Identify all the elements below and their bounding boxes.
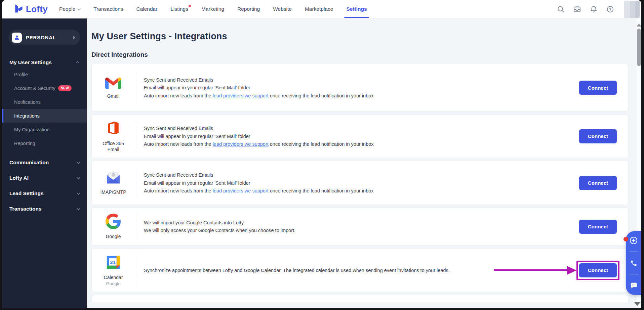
logo-text: Lofty [26, 4, 48, 14]
integration-name: Office 365 Email [97, 140, 129, 152]
gmail-icon [105, 76, 121, 90]
integration-card-google-calendar: 31 Calendar Google Synchronize appointme… [91, 248, 629, 292]
chevron-down-icon [77, 207, 80, 210]
svg-text:@: @ [112, 173, 115, 177]
nav-item-transactions[interactable]: Transactions [93, 0, 123, 18]
office365-icon [106, 120, 120, 137]
svg-text:31: 31 [110, 259, 116, 265]
active-tab-underline [344, 17, 369, 18]
help-icon[interactable]: ? [606, 5, 614, 13]
sidebar-group-my-user-settings[interactable]: My User Settings [2, 57, 87, 68]
chevron-right-icon [73, 36, 75, 39]
sidebar-item-integrations[interactable]: Integrations [2, 109, 87, 123]
nav-item-marketing[interactable]: Marketing [201, 0, 224, 18]
connect-google-calendar-button[interactable]: Connect [579, 263, 617, 277]
integration-card-imap-smtp: @ IMAP/SMTP Sync Sent and Received Email… [91, 161, 629, 205]
ai-assistant-icon[interactable] [630, 236, 638, 245]
connect-gmail-button[interactable]: Connect [579, 81, 617, 95]
integration-card-gmail: Gmail Sync Sent and Received Emails Emai… [91, 64, 629, 112]
workspace-avatar [12, 33, 22, 43]
nav-item-calendar[interactable]: Calendar [136, 0, 157, 18]
divider [629, 274, 638, 274]
integration-desc: Email will appear in your regular 'Sent … [144, 133, 572, 140]
integration-name: Google [106, 233, 121, 239]
notification-dot [189, 5, 191, 7]
google-calendar-icon: 31 [106, 255, 121, 271]
search-icon[interactable] [557, 5, 565, 13]
page-title: My User Settings - Integrations [91, 31, 629, 42]
integration-desc: Sync Sent and Received Emails [144, 125, 572, 132]
section-heading: Direct Integrations [91, 51, 629, 58]
divider [629, 252, 638, 252]
widget-notification-dot [623, 237, 628, 241]
integration-desc: We will only access your Google Contacts… [144, 227, 572, 234]
integration-subname: Google [106, 281, 121, 286]
floating-action-widget [626, 231, 641, 295]
person-icon [14, 35, 19, 40]
chevron-up-icon [76, 61, 79, 65]
connect-imap-smtp-button[interactable]: Connect [579, 176, 617, 190]
integration-desc: Email will appear in your regular 'Sent … [144, 84, 572, 91]
annotation-highlight-box: Connect [576, 261, 619, 280]
sidebar-item-notifications[interactable]: Notifications [2, 95, 87, 109]
main-content: My User Settings - Integrations Direct I… [87, 18, 636, 308]
lead-providers-link[interactable]: lead providers we support [213, 188, 269, 193]
scrollbar-thumb[interactable] [637, 29, 641, 66]
topbar-icon-group: ? [557, 0, 641, 18]
svg-text:?: ? [609, 7, 611, 11]
integration-card-office365: Office 365 Email Sync Sent and Received … [91, 114, 629, 158]
integration-desc: Sync Sent and Received Emails [144, 77, 572, 83]
chevron-down-icon [78, 7, 81, 10]
integration-desc: Sync Sent and Received Emails [144, 172, 572, 178]
integration-desc: Auto import new leads from the lead prov… [144, 141, 572, 147]
lofty-logo[interactable]: Lofty [14, 4, 48, 14]
lofty-logo-icon [14, 4, 24, 14]
app-window: Lofty People Transactions Calendar Listi… [2, 0, 641, 308]
integration-desc: Email will appear in your regular 'Sent … [144, 180, 572, 186]
new-badge: NEW [58, 85, 72, 91]
nav-item-marketplace[interactable]: Marketplace [305, 0, 333, 18]
workspace-selector[interactable]: PERSONAL [9, 30, 80, 45]
nav-item-listings[interactable]: Listings [170, 0, 188, 18]
integration-name: Calendar [104, 274, 123, 280]
sidebar-section-communication[interactable]: Communication [2, 155, 87, 170]
sidebar-section-lofty-ai[interactable]: Lofty AI [2, 170, 87, 186]
chevron-down-icon [77, 176, 80, 179]
settings-sidebar: PERSONAL My User Settings Profile Accoun… [2, 18, 87, 308]
nav-item-reporting[interactable]: Reporting [237, 0, 260, 18]
sidebar-section-transactions[interactable]: Transactions [2, 201, 87, 217]
phone-icon[interactable] [630, 259, 638, 267]
connect-office365-button[interactable]: Connect [579, 129, 617, 143]
nav-item-settings[interactable]: Settings [346, 0, 367, 18]
top-navigation-bar: Lofty People Transactions Calendar Listi… [2, 0, 641, 18]
inbox-icon[interactable] [573, 5, 581, 13]
sidebar-item-my-organization[interactable]: My Organization [2, 123, 87, 136]
integration-card-partial [91, 295, 629, 302]
integration-desc: Synchronize appointments between Lofty a… [144, 267, 572, 274]
integration-desc: Auto import new leads from the lead prov… [144, 187, 572, 194]
chat-icon[interactable] [630, 281, 638, 290]
integration-desc: We will import your Google Contacts into… [144, 219, 572, 226]
lead-providers-link[interactable]: lead providers we support [213, 93, 269, 98]
sidebar-item-account-security[interactable]: Account & Security NEW [2, 81, 87, 95]
nav-item-website[interactable]: Website [273, 0, 292, 18]
user-avatar[interactable] [624, 1, 640, 18]
workspace-name: PERSONAL [26, 35, 73, 40]
scroll-up-icon[interactable] [637, 24, 641, 27]
nav-item-people[interactable]: People [59, 0, 80, 18]
integration-card-google: Google We will import your Google Contac… [91, 208, 629, 246]
sidebar-item-reporting[interactable]: Reporting [2, 136, 87, 150]
imap-smtp-icon: @ [106, 171, 121, 186]
connect-google-button[interactable]: Connect [579, 220, 617, 234]
integration-desc: Auto import new leads from the lead prov… [144, 92, 572, 99]
integration-name: Gmail [107, 93, 120, 99]
scroll-down-icon[interactable] [634, 302, 640, 306]
bell-icon[interactable] [590, 5, 598, 13]
lead-providers-link[interactable]: lead providers we support [213, 141, 269, 147]
sidebar-item-profile[interactable]: Profile [2, 68, 87, 81]
chevron-down-icon [77, 191, 80, 195]
integration-name: IMAP/SMTP [100, 189, 126, 195]
sidebar-section-lead-settings[interactable]: Lead Settings [2, 186, 87, 201]
integration-list: Gmail Sync Sent and Received Emails Emai… [91, 64, 629, 302]
main-nav: People Transactions Calendar Listings Ma… [59, 0, 367, 18]
